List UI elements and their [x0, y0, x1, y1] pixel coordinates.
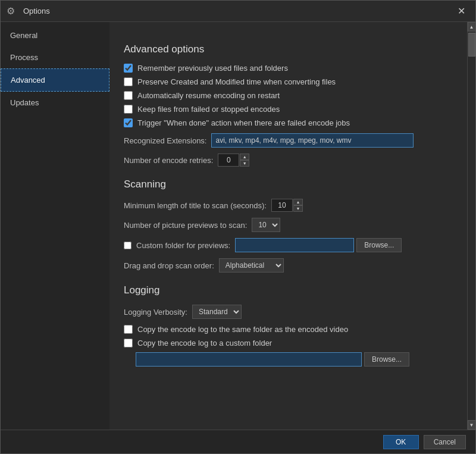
scroll-up-button[interactable]: ▲	[468, 22, 476, 32]
trigger-done-label[interactable]: Trigger "When done" action when there ar…	[137, 118, 350, 127]
checkbox-preserve-time: Preserve Created and Modified time when …	[124, 77, 453, 86]
logging-title: Logging	[124, 284, 453, 296]
num-previews-label: Number of picture previews to scan:	[124, 221, 247, 230]
verbosity-label: Logging Verbosity:	[124, 308, 187, 317]
min-length-label: Minimum length of title to scan (seconds…	[124, 201, 267, 210]
custom-folder-checkbox[interactable]	[124, 242, 131, 249]
main-panel: Advanced options Remember previously use…	[109, 22, 475, 430]
min-length-row: Minimum length of title to scan (seconds…	[124, 199, 453, 212]
num-previews-row: Number of picture previews to scan: 10 5…	[124, 218, 453, 232]
keep-failed-checkbox[interactable]	[124, 105, 133, 114]
titlebar: ⚙ Options ✕	[1, 1, 475, 22]
custom-log-folder-input[interactable]	[136, 352, 362, 367]
min-length-up[interactable]: ▲	[293, 199, 303, 205]
trigger-done-checkbox[interactable]	[124, 118, 133, 127]
recognized-extensions-label: Recognized Extensions:	[124, 136, 206, 145]
encode-retries-label: Number of encode retries:	[124, 156, 213, 165]
preserve-time-label[interactable]: Preserve Created and Modified time when …	[137, 77, 336, 86]
min-length-input[interactable]	[271, 199, 293, 212]
min-length-spinbtns: ▲ ▼	[293, 199, 303, 212]
remember-files-checkbox[interactable]	[124, 64, 133, 73]
scan-order-label: Drag and drop scan order:	[124, 261, 214, 270]
recognized-extensions-input[interactable]	[211, 133, 414, 148]
logging-section: Logging Logging Verbosity: Standard Mini…	[124, 284, 453, 367]
scan-order-row: Drag and drop scan order: Alphabetical D…	[124, 258, 453, 273]
custom-folder-browse-button[interactable]: Browse...	[356, 238, 402, 252]
scanning-section: Scanning Minimum length of title to scan…	[124, 179, 453, 273]
copy-log-same-checkbox[interactable]	[124, 325, 133, 334]
checkbox-copy-log-custom: Copy the encode log to a custom folder	[124, 339, 453, 347]
encode-retries-input[interactable]	[218, 154, 239, 167]
sidebar: General Process Advanced Updates	[1, 22, 109, 430]
auto-resume-checkbox[interactable]	[124, 91, 133, 100]
auto-resume-label[interactable]: Automatically resume encoding on restart	[137, 91, 280, 100]
custom-folder-row: Custom folder for previews: Browse...	[124, 238, 453, 252]
custom-log-folder-row: Browse...	[136, 352, 453, 367]
window-title: Options	[23, 7, 453, 15]
encode-retries-spinbtns: ▲ ▼	[240, 154, 249, 167]
min-length-spinner: ▲ ▼	[271, 199, 303, 212]
encode-retries-up[interactable]: ▲	[240, 154, 249, 160]
verbosity-row: Logging Verbosity: Standard Minimal Verb…	[124, 305, 453, 319]
scanning-title: Scanning	[124, 179, 453, 190]
encode-retries-down[interactable]: ▼	[240, 160, 249, 167]
content-area: General Process Advanced Updates Advance…	[1, 22, 475, 430]
num-previews-select[interactable]: 10 5 15 20	[252, 218, 280, 232]
scroll-down-button[interactable]: ▼	[468, 420, 476, 430]
checkbox-remember-files: Remember previously used files and folde…	[124, 64, 453, 73]
checkbox-keep-failed: Keep files from failed or stopped encode…	[124, 105, 453, 114]
main-content: Advanced options Remember previously use…	[109, 22, 467, 430]
copy-log-custom-label[interactable]: Copy the encode log to a custom folder	[137, 339, 272, 347]
checkbox-trigger-done: Trigger "When done" action when there ar…	[124, 118, 453, 127]
checkbox-copy-log-same: Copy the encode log to the same folder a…	[124, 325, 453, 334]
window-icon: ⚙	[7, 5, 18, 17]
min-length-down[interactable]: ▼	[293, 205, 303, 212]
preserve-time-checkbox[interactable]	[124, 77, 133, 86]
scroll-thumb[interactable]	[468, 33, 475, 57]
close-button[interactable]: ✕	[453, 3, 469, 20]
keep-failed-label[interactable]: Keep files from failed or stopped encode…	[137, 105, 280, 114]
bottom-bar: OK Cancel	[1, 430, 475, 453]
encode-retries-spinner: ▲ ▼	[218, 154, 249, 167]
copy-log-same-label[interactable]: Copy the encode log to the same folder a…	[137, 325, 348, 334]
log-folder-browse-button[interactable]: Browse...	[364, 352, 409, 367]
sidebar-item-process[interactable]: Process	[1, 46, 109, 68]
advanced-title: Advanced options	[124, 43, 453, 55]
scan-order-select[interactable]: Alphabetical Date Modified Date Created	[219, 258, 284, 273]
advanced-section: Advanced options Remember previously use…	[124, 43, 453, 167]
verbosity-select[interactable]: Standard Minimal Verbose	[192, 305, 242, 319]
sidebar-item-general[interactable]: General	[1, 24, 109, 46]
remember-files-label[interactable]: Remember previously used files and folde…	[137, 64, 288, 73]
checkbox-auto-resume: Automatically resume encoding on restart	[124, 91, 453, 100]
custom-folder-label[interactable]: Custom folder for previews:	[136, 241, 230, 250]
encode-retries-row: Number of encode retries: ▲ ▼	[124, 154, 453, 167]
copy-log-custom-checkbox[interactable]	[124, 339, 133, 347]
ok-button[interactable]: OK	[383, 435, 419, 449]
options-window: ⚙ Options ✕ General Process Advanced Upd…	[0, 0, 476, 454]
custom-folder-input[interactable]	[235, 238, 354, 252]
scrollbar: ▲ ▼	[467, 22, 475, 430]
sidebar-item-updates[interactable]: Updates	[1, 92, 109, 114]
sidebar-item-advanced[interactable]: Advanced	[1, 68, 109, 92]
recognized-extensions-row: Recognized Extensions:	[124, 133, 453, 148]
cancel-button[interactable]: Cancel	[424, 435, 466, 449]
